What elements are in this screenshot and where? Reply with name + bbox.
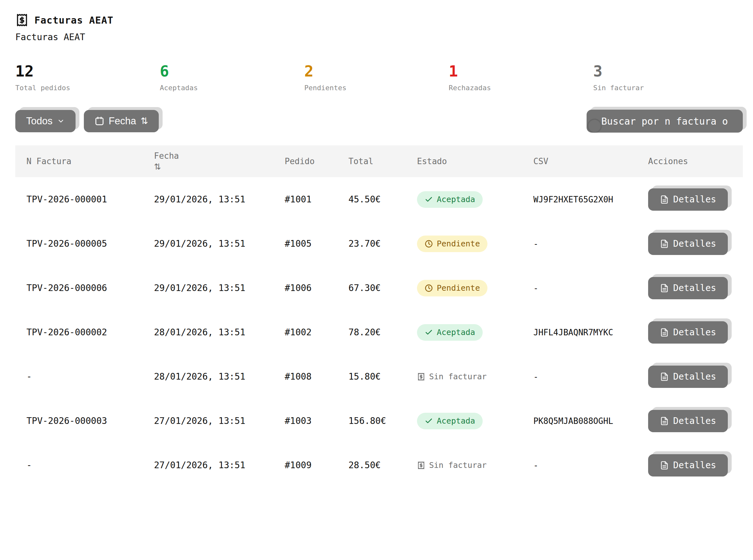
status-label: Sin facturar	[429, 372, 487, 381]
table-row: - 27/01/2026, 13:51 #1009 28.50€ Sin fac…	[15, 443, 743, 487]
cell-fecha: 28/01/2026, 13:51	[143, 371, 274, 382]
calendar-icon	[95, 116, 104, 126]
cell-factura: TPV-2026-000006	[15, 283, 143, 293]
cell-pedido: #1008	[274, 371, 337, 382]
cell-fecha: 28/01/2026, 13:51	[143, 327, 274, 338]
cell-total: 78.20€	[337, 327, 406, 338]
column-header-factura: N Factura	[15, 157, 143, 166]
table-row: TPV-2026-000001 29/01/2026, 13:51 #1001 …	[15, 177, 743, 221]
receipt-icon	[15, 13, 29, 27]
cell-estado: Aceptada	[406, 324, 522, 341]
cell-factura: -	[15, 371, 143, 382]
cell-pedido: #1009	[274, 460, 337, 471]
invoices-table: N Factura Fecha ⇅ Pedido Total Estado CS…	[15, 145, 743, 487]
stat-value: 12	[15, 63, 160, 79]
check-icon	[424, 328, 433, 337]
detalles-label: Detalles	[673, 238, 716, 249]
stat-label: Aceptadas	[160, 84, 304, 92]
stat-pendientes: 2 Pendientes	[304, 63, 449, 92]
stat-label: Sin facturar	[593, 84, 738, 92]
table-row: TPV-2026-000002 28/01/2026, 13:51 #1002 …	[15, 310, 743, 355]
stat-label: Rechazadas	[449, 84, 593, 92]
date-sort-label: Fecha	[109, 115, 136, 127]
detalles-label: Detalles	[673, 194, 716, 205]
page-title: Facturas AEAT	[35, 15, 114, 26]
stat-value: 6	[160, 63, 304, 79]
cell-total: 23.70€	[337, 238, 406, 249]
cell-acciones: Detalles	[637, 277, 743, 299]
search-input[interactable]	[587, 109, 743, 133]
cell-factura: -	[15, 460, 143, 471]
detalles-button[interactable]: Detalles	[648, 188, 728, 211]
stat-sin-facturar: 3 Sin facturar	[593, 63, 738, 92]
cell-acciones: Detalles	[637, 410, 743, 432]
cell-total: 67.30€	[337, 283, 406, 293]
cell-pedido: #1002	[274, 327, 337, 338]
file-text-icon	[660, 195, 669, 204]
detalles-button[interactable]: Detalles	[648, 277, 728, 299]
file-text-icon	[660, 328, 669, 337]
cell-acciones: Detalles	[637, 454, 743, 477]
detalles-label: Detalles	[673, 416, 716, 426]
column-header-csv: CSV	[522, 157, 637, 166]
date-sort-button[interactable]: Fecha ⇅	[84, 110, 159, 132]
status-label: Aceptada	[437, 328, 475, 337]
cell-total: 28.50€	[337, 460, 406, 471]
stat-value: 3	[593, 63, 738, 79]
clock-icon	[424, 284, 433, 292]
cell-csv: WJ9F2HXET65G2X0H	[522, 195, 637, 204]
status-badge: Pendiente	[417, 236, 488, 252]
status-badge: Aceptada	[417, 324, 483, 341]
cell-total: 156.80€	[337, 416, 406, 426]
cell-csv: PK8Q5MJAB088OGHL	[522, 416, 637, 426]
cell-estado: Pendiente	[406, 236, 522, 252]
cell-estado: Pendiente	[406, 280, 522, 296]
cell-factura: TPV-2026-000003	[15, 416, 143, 426]
cell-csv: -	[522, 461, 637, 470]
detalles-button[interactable]: Detalles	[648, 410, 728, 432]
table-row: TPV-2026-000005 29/01/2026, 13:51 #1005 …	[15, 221, 743, 266]
file-text-icon	[660, 239, 669, 248]
detalles-button[interactable]: Detalles	[648, 321, 728, 344]
file-text-icon	[660, 372, 669, 381]
column-header-estado: Estado	[406, 157, 522, 166]
column-header-fecha-label: Fecha	[154, 151, 274, 161]
stat-aceptadas: 6 Aceptadas	[160, 63, 304, 92]
detalles-label: Detalles	[673, 283, 716, 293]
column-header-fecha[interactable]: Fecha ⇅	[143, 151, 274, 172]
cell-pedido: #1001	[274, 194, 337, 205]
file-text-icon	[660, 417, 669, 425]
chevron-down-icon	[57, 117, 65, 125]
toolbar: Todos Fecha ⇅	[15, 109, 743, 133]
sort-arrows-icon[interactable]: ⇅	[154, 162, 274, 172]
detalles-button[interactable]: Detalles	[648, 365, 728, 388]
file-text-icon	[660, 461, 669, 470]
receipt-icon	[417, 461, 425, 469]
status-label: Pendiente	[437, 283, 480, 293]
page-subtitle: Facturas AEAT	[15, 32, 738, 42]
detalles-button[interactable]: Detalles	[648, 454, 728, 477]
sort-arrows-icon: ⇅	[141, 117, 148, 125]
cell-fecha: 27/01/2026, 13:51	[143, 460, 274, 471]
clock-icon	[424, 240, 433, 248]
cell-acciones: Detalles	[637, 233, 743, 255]
receipt-icon	[417, 373, 425, 381]
status-badge: Sin facturar	[417, 368, 487, 385]
cell-estado: Sin facturar	[406, 457, 522, 474]
table-header: N Factura Fecha ⇅ Pedido Total Estado CS…	[15, 145, 743, 177]
filter-dropdown-button[interactable]: Todos	[15, 110, 76, 132]
stats-row: 12 Total pedidos 6 Aceptadas 2 Pendiente…	[15, 63, 738, 92]
stat-rechazadas: 1 Rechazadas	[449, 63, 593, 92]
detalles-button[interactable]: Detalles	[648, 233, 728, 255]
cell-csv: JHFL4JBAQNR7MYKC	[522, 328, 637, 337]
page-header: Facturas AEAT Facturas AEAT	[0, 0, 753, 42]
cell-estado: Sin facturar	[406, 368, 522, 385]
status-badge: Aceptada	[417, 413, 483, 429]
detalles-label: Detalles	[673, 460, 716, 471]
check-icon	[424, 417, 433, 425]
stat-label: Pendientes	[304, 84, 449, 92]
column-header-acciones: Acciones	[637, 157, 743, 166]
cell-pedido: #1003	[274, 416, 337, 426]
cell-pedido: #1005	[274, 238, 337, 249]
column-header-pedido: Pedido	[274, 157, 337, 166]
